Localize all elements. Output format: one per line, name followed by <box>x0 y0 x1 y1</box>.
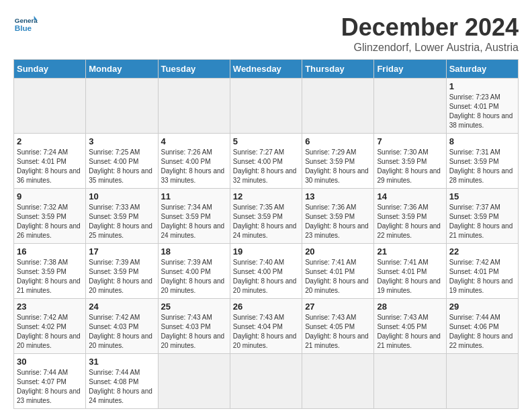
day-number: 16 <box>17 246 83 257</box>
day-info: Sunrise: 7:33 AMSunset: 3:59 PMDaylight:… <box>89 203 154 240</box>
month-title: December 2024 <box>341 13 519 42</box>
table-row: 2 Sunrise: 7:24 AMSunset: 4:01 PMDayligh… <box>14 134 86 189</box>
header-tuesday: Tuesday <box>158 60 230 79</box>
day-info: Sunrise: 7:43 AMSunset: 4:04 PMDaylight:… <box>233 313 299 351</box>
table-row: 16 Sunrise: 7:38 AMSunset: 3:59 PMDaylig… <box>14 244 86 299</box>
day-number: 24 <box>89 302 154 312</box>
header-monday: Monday <box>86 60 158 79</box>
table-row: 17 Sunrise: 7:39 AMSunset: 3:59 PMDaylig… <box>86 244 158 299</box>
day-number: 21 <box>377 246 443 257</box>
table-row: 27 Sunrise: 7:43 AMSunset: 4:05 PMDaylig… <box>302 299 374 354</box>
day-info: Sunrise: 7:42 AMSunset: 4:02 PMDaylight:… <box>17 313 83 351</box>
table-row <box>374 354 446 409</box>
day-number: 6 <box>305 136 371 146</box>
day-number: 9 <box>17 191 83 201</box>
day-number: 12 <box>233 191 299 201</box>
day-info: Sunrise: 7:24 AMSunset: 4:01 PMDaylight:… <box>17 148 83 185</box>
table-row: 10 Sunrise: 7:33 AMSunset: 3:59 PMDaylig… <box>86 189 158 244</box>
header-thursday: Thursday <box>302 60 374 79</box>
table-row: 11 Sunrise: 7:34 AMSunset: 3:59 PMDaylig… <box>158 189 230 244</box>
table-row <box>14 79 86 134</box>
day-info: Sunrise: 7:37 AMSunset: 3:59 PMDaylight:… <box>449 203 515 240</box>
day-info: Sunrise: 7:43 AMSunset: 4:05 PMDaylight:… <box>305 313 371 351</box>
day-info: Sunrise: 7:27 AMSunset: 4:00 PMDaylight:… <box>233 148 299 185</box>
table-row <box>302 79 374 134</box>
table-row: 6 Sunrise: 7:29 AMSunset: 3:59 PMDayligh… <box>302 134 374 189</box>
day-number: 8 <box>449 136 515 146</box>
location-title: Glinzendorf, Lower Austria, Austria <box>341 42 519 54</box>
table-row: 13 Sunrise: 7:36 AMSunset: 3:59 PMDaylig… <box>302 189 374 244</box>
calendar-week-2: 9 Sunrise: 7:32 AMSunset: 3:59 PMDayligh… <box>14 189 519 244</box>
header-friday: Friday <box>374 60 446 79</box>
day-info: Sunrise: 7:31 AMSunset: 3:59 PMDaylight:… <box>449 148 515 185</box>
calendar-week-4: 23 Sunrise: 7:42 AMSunset: 4:02 PMDaylig… <box>14 299 519 354</box>
day-number: 10 <box>89 191 154 201</box>
day-info: Sunrise: 7:42 AMSunset: 4:03 PMDaylight:… <box>89 313 154 351</box>
day-number: 3 <box>89 136 154 146</box>
table-row: 12 Sunrise: 7:35 AMSunset: 3:59 PMDaylig… <box>230 189 302 244</box>
day-number: 15 <box>449 191 515 201</box>
table-row: 20 Sunrise: 7:41 AMSunset: 4:01 PMDaylig… <box>302 244 374 299</box>
day-info: Sunrise: 7:39 AMSunset: 3:59 PMDaylight:… <box>89 258 154 295</box>
table-row: 19 Sunrise: 7:40 AMSunset: 4:00 PMDaylig… <box>230 244 302 299</box>
page-header: General Blue December 2024 Glinzendorf, … <box>13 13 519 54</box>
day-number: 14 <box>377 191 443 201</box>
table-row <box>230 354 302 409</box>
header-row: Sunday Monday Tuesday Wednesday Thursday… <box>14 60 519 79</box>
table-row: 18 Sunrise: 7:39 AMSunset: 4:00 PMDaylig… <box>158 244 230 299</box>
day-info: Sunrise: 7:44 AMSunset: 4:07 PMDaylight:… <box>17 368 83 406</box>
day-info: Sunrise: 7:34 AMSunset: 3:59 PMDaylight:… <box>161 203 227 240</box>
day-info: Sunrise: 7:35 AMSunset: 3:59 PMDaylight:… <box>233 203 299 240</box>
day-number: 29 <box>449 302 515 312</box>
day-info: Sunrise: 7:40 AMSunset: 4:00 PMDaylight:… <box>233 258 299 295</box>
day-info: Sunrise: 7:44 AMSunset: 4:08 PMDaylight:… <box>89 368 154 406</box>
table-row: 4 Sunrise: 7:26 AMSunset: 4:00 PMDayligh… <box>158 134 230 189</box>
day-info: Sunrise: 7:43 AMSunset: 4:03 PMDaylight:… <box>161 313 227 351</box>
day-info: Sunrise: 7:38 AMSunset: 3:59 PMDaylight:… <box>17 258 83 295</box>
table-row: 15 Sunrise: 7:37 AMSunset: 3:59 PMDaylig… <box>446 189 518 244</box>
day-info: Sunrise: 7:26 AMSunset: 4:00 PMDaylight:… <box>161 148 227 185</box>
day-number: 18 <box>161 246 227 257</box>
table-row <box>158 79 230 134</box>
table-row <box>86 79 158 134</box>
day-number: 27 <box>305 302 371 312</box>
day-number: 31 <box>89 357 154 367</box>
header-sunday: Sunday <box>14 60 86 79</box>
day-number: 2 <box>17 136 83 146</box>
day-info: Sunrise: 7:39 AMSunset: 4:00 PMDaylight:… <box>161 258 227 295</box>
table-row: 14 Sunrise: 7:36 AMSunset: 3:59 PMDaylig… <box>374 189 446 244</box>
day-number: 28 <box>377 302 443 312</box>
table-row: 8 Sunrise: 7:31 AMSunset: 3:59 PMDayligh… <box>446 134 518 189</box>
table-row: 30 Sunrise: 7:44 AMSunset: 4:07 PMDaylig… <box>14 354 86 409</box>
day-number: 19 <box>233 246 299 257</box>
logo: General Blue <box>13 13 40 38</box>
day-info: Sunrise: 7:23 AMSunset: 4:01 PMDaylight:… <box>449 93 515 130</box>
calendar-week-5: 30 Sunrise: 7:44 AMSunset: 4:07 PMDaylig… <box>14 354 519 409</box>
day-number: 7 <box>377 136 443 146</box>
day-number: 11 <box>161 191 227 201</box>
title-section: December 2024 Glinzendorf, Lower Austria… <box>341 13 519 54</box>
table-row: 26 Sunrise: 7:43 AMSunset: 4:04 PMDaylig… <box>230 299 302 354</box>
day-number: 20 <box>305 246 371 257</box>
logo-icon: General Blue <box>13 13 38 38</box>
day-info: Sunrise: 7:29 AMSunset: 3:59 PMDaylight:… <box>305 148 371 185</box>
table-row: 21 Sunrise: 7:41 AMSunset: 4:01 PMDaylig… <box>374 244 446 299</box>
calendar-week-1: 2 Sunrise: 7:24 AMSunset: 4:01 PMDayligh… <box>14 134 519 189</box>
table-row: 9 Sunrise: 7:32 AMSunset: 3:59 PMDayligh… <box>14 189 86 244</box>
day-info: Sunrise: 7:41 AMSunset: 4:01 PMDaylight:… <box>305 258 371 295</box>
day-info: Sunrise: 7:43 AMSunset: 4:05 PMDaylight:… <box>377 313 443 351</box>
day-info: Sunrise: 7:41 AMSunset: 4:01 PMDaylight:… <box>377 258 443 295</box>
day-number: 1 <box>449 81 515 91</box>
day-number: 5 <box>233 136 299 146</box>
table-row <box>230 79 302 134</box>
table-row <box>446 354 518 409</box>
table-row: 25 Sunrise: 7:43 AMSunset: 4:03 PMDaylig… <box>158 299 230 354</box>
day-info: Sunrise: 7:25 AMSunset: 4:00 PMDaylight:… <box>89 148 154 185</box>
day-number: 22 <box>449 246 515 257</box>
day-number: 30 <box>17 357 83 367</box>
table-row: 5 Sunrise: 7:27 AMSunset: 4:00 PMDayligh… <box>230 134 302 189</box>
header-wednesday: Wednesday <box>230 60 302 79</box>
day-info: Sunrise: 7:44 AMSunset: 4:06 PMDaylight:… <box>449 313 515 351</box>
table-row: 31 Sunrise: 7:44 AMSunset: 4:08 PMDaylig… <box>86 354 158 409</box>
day-info: Sunrise: 7:32 AMSunset: 3:59 PMDaylight:… <box>17 203 83 240</box>
